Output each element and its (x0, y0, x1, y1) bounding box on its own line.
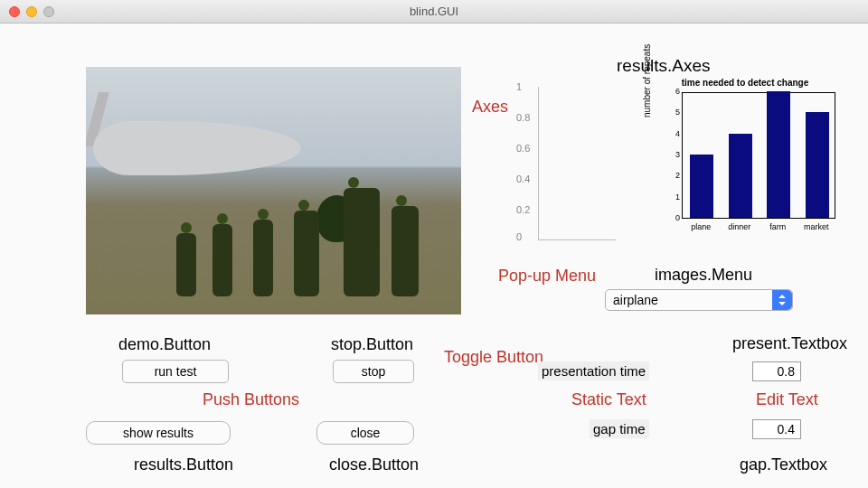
svg-marker-0 (778, 295, 786, 298)
anno-push-buttons: Push Buttons (203, 390, 299, 409)
anno-gap-textbox: gap.Textbox (740, 455, 827, 474)
chart-ytick: 1 (669, 192, 680, 202)
chart-ytick: 0 (669, 213, 680, 222)
images-menu-select[interactable]: airplane (605, 289, 793, 311)
chart-bar (767, 91, 790, 218)
chart-area (682, 92, 835, 219)
chart-bar (690, 155, 713, 218)
axes-tick: 0.8 (516, 112, 530, 123)
chart-bar (806, 112, 829, 218)
gap-textbox[interactable]: 0.4 (752, 419, 801, 439)
anno-popup-menu: Pop-up Menu (498, 267, 596, 286)
blank-axes: 1 0.8 0.6 0.4 0.2 0 (538, 87, 616, 240)
anno-edit-text: Edit Text (756, 390, 818, 409)
anno-images-menu: images.Menu (655, 266, 752, 285)
gap-time-label: gap time (590, 419, 649, 438)
chart-ytick: 5 (669, 108, 680, 117)
maximize-window-icon[interactable] (43, 6, 54, 17)
present-textbox[interactable]: 0.8 (752, 361, 801, 381)
chart-xtick: farm (759, 222, 797, 231)
images-menu-value: airplane (606, 293, 772, 307)
axes-tick: 0.4 (516, 174, 530, 184)
anno-present-textbox: present.Textbox (732, 334, 847, 353)
results-axes-chart: time needed to detect change number of r… (651, 81, 839, 239)
chart-ytick: 3 (669, 150, 680, 159)
run-test-button[interactable]: run test (122, 360, 229, 383)
close-button[interactable]: close (316, 421, 414, 445)
chart-ytick: 4 (669, 129, 680, 138)
chart-ylabel: number of repeats (642, 44, 652, 117)
close-window-icon[interactable] (9, 6, 20, 17)
anno-results-axes: results.Axes (617, 56, 710, 76)
anno-demo-button: demo.Button (118, 335, 211, 354)
anno-static-text: Static Text (571, 390, 646, 409)
window-titlebar: blind.GUI (0, 0, 868, 23)
presentation-time-label: presentation time (538, 361, 649, 380)
show-results-button[interactable]: show results (86, 421, 231, 445)
chart-xtick: dinner (721, 222, 760, 231)
select-arrow-icon (772, 290, 792, 310)
chart-ytick: 6 (669, 87, 680, 96)
chart-xtick: plane (682, 222, 721, 231)
anno-axes: Axes (472, 98, 508, 117)
test-axes-image (86, 67, 461, 314)
window-title: blind.GUI (0, 5, 868, 18)
chart-bar (729, 134, 752, 218)
svg-marker-1 (778, 302, 786, 305)
axes-tick: 1 (516, 81, 522, 92)
axes-tick: 0 (516, 231, 522, 242)
anno-toggle-button: Toggle Button (444, 349, 543, 367)
anno-close-button: close.Button (329, 455, 419, 474)
stop-button[interactable]: stop (333, 360, 414, 383)
axes-tick: 0.2 (516, 204, 530, 215)
anno-results-button: results.Button (134, 455, 233, 474)
traffic-lights (9, 6, 54, 17)
axes-tick: 0.6 (516, 143, 530, 154)
chart-ytick: 2 (669, 171, 680, 180)
minimize-window-icon[interactable] (26, 6, 37, 17)
anno-stop-button: stop.Button (331, 335, 413, 354)
chart-xtick: market (797, 222, 836, 231)
